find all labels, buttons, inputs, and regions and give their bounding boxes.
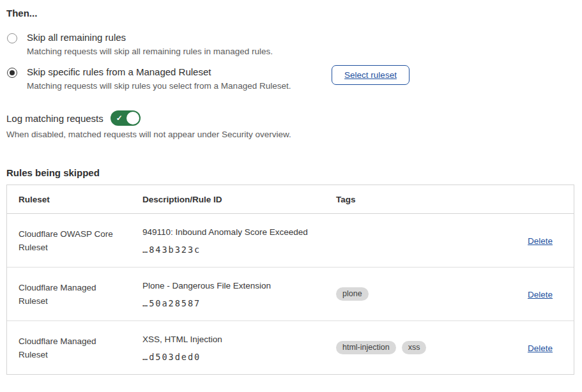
rule-description: XSS, HTML Injection: [142, 334, 336, 345]
log-matching-row: Log matching requests ✓: [6, 110, 141, 126]
rule-id: …d503ded0: [142, 352, 336, 362]
ruleset-name: Cloudflare OWASP Core Ruleset: [19, 227, 124, 254]
toggle-knob: [126, 112, 139, 124]
tags-cell: plone: [336, 287, 521, 301]
radio-button-selected[interactable]: [7, 68, 17, 78]
radio-option-label[interactable]: Skip specific rules from a Managed Rules…: [27, 66, 291, 77]
rules-table-title: Rules being skipped: [6, 167, 100, 178]
log-matching-label: Log matching requests: [6, 113, 103, 124]
radio-option-skip-specific[interactable]: Skip specific rules from a Managed Rules…: [6, 66, 291, 91]
radio-option-skip-all[interactable]: Skip all remaining rules Matching reques…: [6, 32, 273, 56]
radio-option-description: Matching requests will skip rules you se…: [27, 81, 291, 91]
tag-badge: html-injection: [336, 341, 396, 354]
rule-description: Plone - Dangerous File Extension: [142, 280, 336, 291]
delete-link[interactable]: Delete: [528, 290, 553, 299]
rule-description: 949110: Inbound Anomaly Score Exceeded: [142, 227, 336, 237]
tag-badge: xss: [402, 341, 427, 354]
delete-link[interactable]: Delete: [528, 236, 553, 246]
radio-option-label[interactable]: Skip all remaining rules: [27, 32, 273, 43]
table-row: Cloudflare Managed Ruleset Plone - Dange…: [7, 268, 574, 321]
delete-link[interactable]: Delete: [528, 343, 553, 353]
table-row: Cloudflare OWASP Core Ruleset 949110: In…: [7, 214, 574, 268]
table-row: Cloudflare Managed Ruleset XSS, HTML Inj…: [7, 321, 574, 374]
ruleset-name: Cloudflare Managed Ruleset: [19, 281, 124, 308]
log-matching-description: When disabled, matched requests will not…: [6, 130, 291, 139]
column-header-description: Description/Rule ID: [142, 195, 336, 204]
tag-badge: plone: [336, 287, 369, 301]
select-ruleset-button[interactable]: Select ruleset: [332, 65, 410, 85]
ruleset-name: Cloudflare Managed Ruleset: [19, 335, 124, 361]
rule-id: …843b323c: [142, 245, 336, 255]
table-header-row: Ruleset Description/Rule ID Tags: [7, 185, 574, 214]
column-header-tags: Tags: [336, 195, 521, 204]
column-header-ruleset: Ruleset: [7, 195, 142, 204]
tags-cell: html-injection xss: [336, 341, 521, 354]
radio-option-description: Matching requests will skip all remainin…: [27, 47, 273, 56]
rules-being-skipped-table: Ruleset Description/Rule ID Tags Cloudfl…: [6, 185, 574, 375]
waf-skip-rule-panel: Then... Skip all remaining rules Matchin…: [0, 0, 582, 392]
check-icon: ✓: [116, 113, 123, 123]
then-section-title: Then...: [6, 8, 37, 19]
radio-button-unselected[interactable]: [7, 33, 17, 43]
log-toggle-switch-on[interactable]: ✓: [111, 110, 141, 126]
rule-id: …50a28587: [142, 298, 336, 308]
